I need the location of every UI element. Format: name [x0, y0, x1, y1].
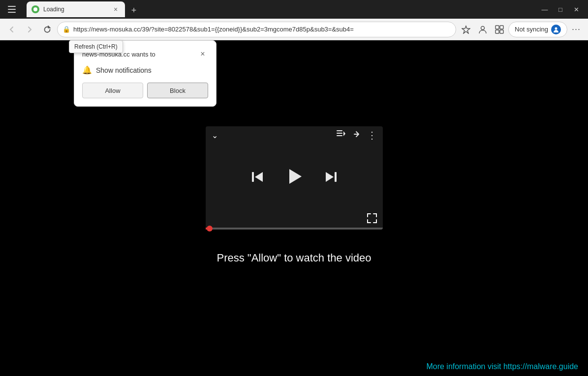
- active-tab[interactable]: Loading ×: [27, 1, 125, 17]
- profile-icon-button[interactable]: [475, 22, 491, 37]
- minimize-button[interactable]: —: [537, 1, 553, 17]
- nav-right-icons: Not syncing ···: [458, 22, 584, 37]
- player-queue-icon[interactable]: [337, 130, 345, 140]
- collections-button[interactable]: [492, 22, 507, 37]
- maximize-button[interactable]: □: [553, 1, 568, 17]
- window-controls: — □ ✕: [537, 1, 584, 17]
- svg-rect-12: [337, 133, 342, 134]
- svg-rect-11: [337, 130, 342, 131]
- page-content: news-mosuka.cc wants to × 🔔 Show notific…: [0, 40, 588, 376]
- nav-bar: Refresh (Ctrl+R) 🔒 https://news-mosuka.c…: [0, 19, 588, 40]
- svg-rect-2: [8, 12, 16, 13]
- refresh-tooltip: Refresh (Ctrl+R): [69, 40, 123, 53]
- svg-rect-18: [335, 172, 337, 182]
- not-syncing-button[interactable]: Not syncing: [508, 22, 567, 37]
- player-play-button[interactable]: [284, 167, 304, 191]
- svg-rect-8: [495, 30, 499, 33]
- tab-close-button[interactable]: ×: [111, 5, 120, 14]
- player-top-right-controls: ⋮: [337, 130, 377, 140]
- browser-window: Loading × + — □ ✕ Refresh (Ctrl+R: [0, 0, 588, 376]
- more-icon: ···: [572, 24, 581, 34]
- popup-buttons: Allow Block: [82, 83, 208, 98]
- svg-marker-3: [48, 26, 50, 28]
- forward-button[interactable]: [22, 22, 37, 37]
- player-share-icon[interactable]: [352, 130, 360, 140]
- svg-point-5: [481, 26, 485, 29]
- block-button[interactable]: Block: [147, 83, 208, 98]
- new-tab-button[interactable]: +: [127, 3, 141, 17]
- favorites-star-button[interactable]: [458, 22, 474, 37]
- press-allow-text: Press "Allow" to watch the video: [217, 252, 371, 264]
- player-progress-bar[interactable]: [206, 228, 383, 230]
- svg-point-10: [555, 27, 557, 29]
- bell-icon: 🔔: [82, 65, 92, 75]
- not-syncing-label: Not syncing: [515, 26, 548, 33]
- svg-rect-6: [495, 26, 499, 29]
- svg-rect-1: [8, 9, 16, 10]
- tab-title: Loading: [43, 6, 107, 13]
- title-bar: Loading × + — □ ✕: [0, 0, 588, 19]
- back-button[interactable]: [4, 22, 20, 37]
- svg-marker-17: [289, 169, 302, 184]
- svg-marker-4: [462, 26, 470, 33]
- close-button[interactable]: ✕: [568, 1, 584, 17]
- address-bar[interactable]: 🔒 https://news-mosuka.cc/39/?site=802257…: [57, 22, 456, 37]
- tab-favicon: [31, 5, 39, 13]
- svg-rect-13: [337, 135, 342, 136]
- svg-marker-14: [343, 131, 345, 136]
- sidebar-toggle-button[interactable]: [4, 1, 20, 17]
- popup-permission-row: 🔔 Show notifications: [82, 65, 208, 75]
- svg-marker-19: [326, 172, 334, 182]
- video-player: ⌄ ⋮: [206, 126, 383, 230]
- more-options-button[interactable]: ···: [568, 22, 584, 37]
- svg-rect-9: [500, 30, 503, 33]
- url-text: https://news-mosuka.cc/39/?site=8022578&…: [73, 26, 451, 33]
- player-chevron-icon[interactable]: ⌄: [212, 131, 218, 140]
- player-progress-dot: [207, 226, 213, 231]
- popup-close-button[interactable]: ×: [197, 49, 208, 59]
- player-more-icon[interactable]: ⋮: [367, 130, 377, 140]
- player-controls-center: [206, 144, 383, 213]
- permission-text: Show notifications: [96, 66, 152, 74]
- allow-button[interactable]: Allow: [82, 83, 143, 98]
- footer-info: More information visit https://malware.g…: [426, 362, 578, 371]
- refresh-button[interactable]: [39, 22, 55, 37]
- profile-avatar: [551, 25, 561, 34]
- tab-bar: Loading × +: [23, 1, 534, 17]
- svg-rect-15: [252, 172, 254, 182]
- svg-marker-16: [255, 172, 263, 182]
- svg-rect-7: [500, 26, 503, 29]
- svg-rect-0: [8, 6, 16, 7]
- player-top-bar: ⌄ ⋮: [206, 126, 383, 144]
- footer-info-text: More information visit https://malware.g…: [426, 362, 578, 371]
- fullscreen-button[interactable]: [367, 213, 377, 226]
- player-prev-button[interactable]: [251, 170, 265, 187]
- player-next-button[interactable]: [324, 170, 338, 187]
- lock-icon: 🔒: [62, 26, 70, 33]
